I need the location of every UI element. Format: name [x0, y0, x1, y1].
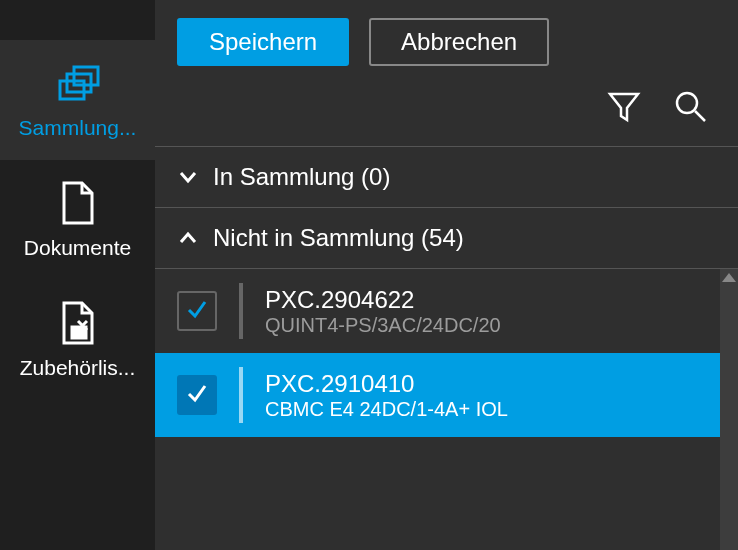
search-icon[interactable] [672, 88, 708, 128]
main-panel: Speichern Abbrechen In Sammlung (0) [155, 0, 738, 550]
svg-line-5 [695, 111, 705, 121]
checkbox[interactable] [177, 375, 217, 415]
section-label: In Sammlung (0) [213, 163, 390, 191]
scrollbar[interactable] [720, 269, 738, 550]
filter-row [155, 82, 738, 146]
collection-icon [53, 60, 103, 106]
item-list: PXC.2904622 QUINT4-PS/3AC/24DC/20 PXC.29… [155, 269, 720, 437]
filter-icon[interactable] [606, 88, 642, 128]
section-label: Nicht in Sammlung (54) [213, 224, 464, 252]
list-wrap: PXC.2904622 QUINT4-PS/3AC/24DC/20 PXC.29… [155, 269, 738, 550]
checkbox[interactable] [177, 291, 217, 331]
save-button[interactable]: Speichern [177, 18, 349, 66]
item-subtitle: CBMC E4 24DC/1-4A+ IOL [265, 398, 508, 421]
chevron-up-icon [177, 227, 199, 249]
toolbar: Speichern Abbrechen [155, 0, 738, 82]
list-item[interactable]: PXC.2910410 CBMC E4 24DC/1-4A+ IOL [155, 353, 720, 437]
item-subtitle: QUINT4-PS/3AC/24DC/20 [265, 314, 501, 337]
sidebar-item-documents[interactable]: Dokumente [0, 160, 155, 280]
svg-rect-1 [67, 74, 91, 92]
svg-point-4 [677, 93, 697, 113]
section-in-collection[interactable]: In Sammlung (0) [155, 147, 738, 207]
sidebar-item-label: Zubehörlis... [20, 356, 136, 380]
item-divider [239, 367, 243, 423]
sidebar-item-label: Sammlung... [19, 116, 137, 140]
cancel-button[interactable]: Abbrechen [369, 18, 549, 66]
document-icon [53, 180, 103, 226]
accessories-icon [53, 300, 103, 346]
item-divider [239, 283, 243, 339]
chevron-down-icon [177, 166, 199, 188]
list-item[interactable]: PXC.2904622 QUINT4-PS/3AC/24DC/20 [155, 269, 720, 353]
svg-rect-3 [72, 327, 86, 338]
section-not-in-collection[interactable]: Nicht in Sammlung (54) [155, 208, 738, 268]
scroll-up-icon [722, 273, 736, 282]
sidebar-item-label: Dokumente [24, 236, 131, 260]
sidebar-item-accessories[interactable]: Zubehörlis... [0, 280, 155, 400]
item-title: PXC.2904622 [265, 286, 501, 314]
item-title: PXC.2910410 [265, 370, 508, 398]
sidebar-item-collection[interactable]: Sammlung... [0, 40, 155, 160]
check-icon [185, 381, 209, 409]
sidebar: Sammlung... Dokumente Zubehörlis... [0, 0, 155, 550]
check-icon [185, 297, 209, 325]
